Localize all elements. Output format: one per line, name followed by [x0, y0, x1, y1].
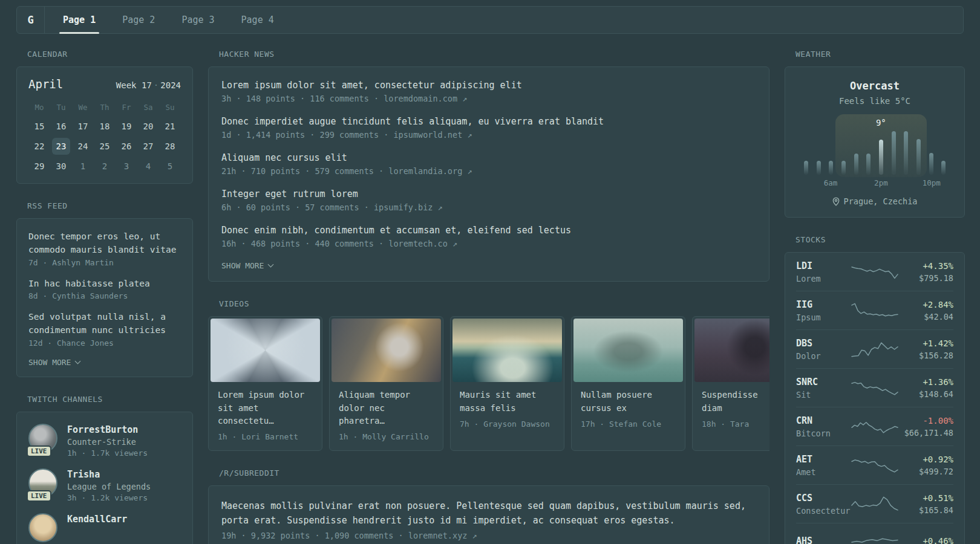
rss-item-title[interactable]: Sed volutpat nulla nisl, a condimentum n… — [28, 311, 181, 337]
calendar-dow: We — [72, 99, 94, 117]
stock-change: +0.46% — [899, 536, 953, 544]
rss-card: Donec tempor eros leo, ut commodo mauris… — [16, 218, 193, 377]
video-thumbnail[interactable] — [573, 319, 683, 382]
chevron-down-icon — [75, 358, 81, 364]
stock-change: +0.92% — [899, 455, 953, 464]
stock-sparkline — [851, 338, 899, 360]
twitch-channel-row[interactable]: KendallCarr — [28, 513, 181, 542]
stock-price: $66,171.48 — [899, 428, 953, 438]
video-title[interactable]: Mauris sit amet massa felis — [460, 389, 555, 415]
page-tab-label: Page 4 — [241, 15, 274, 25]
weather-card: Overcast Feels like 5°C 9° 6am2pm10pm Pr… — [785, 66, 965, 218]
video-card[interactable]: Aliquam tempor dolor nec pharetra… 1h · … — [329, 316, 443, 451]
calendar-day-cell: 4 — [137, 157, 159, 175]
stock-row[interactable]: DBS Dolor +1.42% $1 — [796, 330, 953, 369]
stock-symbol[interactable]: AET — [796, 454, 851, 465]
weather-current-temp: 9° — [876, 118, 886, 128]
page-tab[interactable]: Page 2 — [119, 7, 158, 33]
stock-row[interactable]: AET Amet +0.92% $49 — [796, 446, 953, 485]
twitch-channel-row[interactable]: LIVE ForrestBurton Counter-Strike 1h · 1… — [28, 424, 181, 458]
calendar-day-cell: 19 — [116, 117, 137, 135]
hacker-news-show-more-button[interactable]: SHOW MORE — [221, 261, 756, 270]
stock-change: +1.36% — [899, 377, 953, 387]
stock-symbol[interactable]: DBS — [796, 338, 851, 349]
page-tab[interactable]: Page 4 — [238, 7, 278, 33]
rss-item-meta: 12d · Chance Jones — [28, 338, 181, 348]
hacker-news-item-title[interactable]: Integer eget rutrum lorem — [221, 189, 756, 199]
video-card[interactable]: Nullam posuere cursus ex 17h · Stefan Co… — [571, 316, 685, 451]
video-card[interactable]: Mauris sit amet massa felis 7h · Grayson… — [450, 316, 564, 451]
stock-row[interactable]: LDI Lorem +4.35% $7 — [796, 253, 953, 291]
video-thumbnail[interactable] — [332, 319, 441, 382]
video-card[interactable]: Suspendisse diam 18h · Tara — [692, 316, 769, 451]
video-meta: 7h · Grayson Dawson — [460, 419, 555, 429]
twitch-channel-name[interactable]: Trisha — [67, 469, 151, 480]
video-thumbnail[interactable] — [694, 319, 769, 382]
twitch-channel-name[interactable]: KendallCarr — [67, 514, 127, 525]
page-tab[interactable]: Page 3 — [178, 7, 218, 33]
calendar-week-year: Week 17·2024 — [116, 80, 181, 90]
twitch-channel-meta: 1h · 1.7k viewers — [67, 448, 148, 458]
dashboard-page: G Page 1 Page 2 Page 3 Pa — [0, 0, 980, 544]
video-thumbnail[interactable] — [452, 319, 562, 382]
calendar-day-cell: 26 — [116, 137, 137, 155]
stock-symbol[interactable]: CCS — [796, 493, 851, 504]
calendar-day-cell: 28 — [159, 137, 181, 155]
stock-name: Consectetur — [796, 506, 851, 516]
twitch-channel-row[interactable]: LIVE Trisha League of Legends 3h · 1.2k … — [28, 468, 181, 502]
hacker-news-item-title[interactable]: Donec imperdiet augue tincidunt felis al… — [221, 116, 756, 127]
calendar-day-cell: 27 — [137, 137, 159, 155]
video-title[interactable]: Lorem ipsum dolor sit amet consectetu… — [218, 389, 313, 428]
weather-condition: Overcast — [799, 80, 950, 92]
video-title[interactable]: Suspendisse diam — [702, 389, 769, 415]
stock-row[interactable]: IIG Ipsum +2.84% $4 — [796, 291, 953, 330]
rss-item-title[interactable]: Donec tempor eros leo, ut commodo mauris… — [28, 230, 181, 257]
stock-name: Sit — [796, 390, 851, 400]
rss-item-title[interactable]: In hac habitasse platea — [28, 277, 181, 291]
rss-show-more-button[interactable]: SHOW MORE — [28, 358, 181, 367]
calendar-day-cell: 18 — [94, 117, 116, 135]
stock-symbol[interactable]: SNRC — [796, 377, 851, 387]
stock-row[interactable]: CCS Consectetur +0.51% — [796, 485, 953, 523]
hacker-news-item-meta[interactable]: 1d · 1,414 points · 299 comments · ipsum… — [221, 130, 756, 140]
calendar-day-grid: 15 16 17 — [28, 117, 181, 175]
stock-row[interactable]: CRN Bitcorn -1.00% — [796, 407, 953, 446]
stock-row[interactable]: SNRC Sit +1.36% $14 — [796, 369, 953, 407]
page-tab[interactable]: Page 1 — [59, 7, 99, 33]
video-thumbnail[interactable] — [211, 319, 320, 382]
twitch-channel-game: Counter-Strike — [67, 437, 148, 447]
stock-symbol[interactable]: IIG — [796, 299, 851, 310]
left-column: CALENDAR April Week 17·2024 MoTuWeThFrSa… — [16, 50, 193, 544]
twitch-channel-meta: 3h · 1.2k viewers — [67, 493, 151, 502]
subreddit-post-meta[interactable]: 19h · 9,932 points · 1,090 comments · lo… — [221, 531, 756, 540]
video-title[interactable]: Aliquam tempor dolor nec pharetra… — [339, 389, 434, 428]
video-card[interactable]: Lorem ipsum dolor sit amet consectetu… 1… — [208, 316, 322, 451]
hacker-news-item-meta[interactable]: 21h · 710 points · 579 comments · loreml… — [221, 166, 756, 176]
stock-symbol[interactable]: AHS — [796, 536, 851, 544]
twitch-avatar: LIVE — [28, 424, 57, 453]
stock-row[interactable]: AHS +0.46% — [796, 523, 953, 544]
hacker-news-item-title[interactable]: Aliquam nec cursus elit — [221, 152, 756, 163]
hacker-news-item: Integer eget rutrum lorem 6h · 60 points… — [221, 189, 756, 212]
hacker-news-item-title[interactable]: Donec enim nibh, condimentum et accumsan… — [221, 225, 756, 236]
calendar-card: April Week 17·2024 MoTuWeThFrSaSu — [16, 66, 193, 184]
twitch-channel-name[interactable]: ForrestBurton — [67, 424, 148, 435]
calendar-day-cell: 30 — [50, 157, 72, 175]
subreddit-post-title[interactable]: Maecenas mollis pulvinar erat non posuer… — [221, 499, 756, 528]
stocks-section-title: STOCKS — [795, 235, 965, 244]
weather-bars: 9° — [800, 114, 950, 175]
stock-symbol[interactable]: LDI — [796, 261, 851, 271]
hacker-news-section: HACKER NEWS Lorem ipsum dolor sit amet, … — [208, 50, 769, 282]
stock-symbol[interactable]: CRN — [796, 415, 851, 426]
hacker-news-item-meta[interactable]: 16h · 468 points · 440 comments · loremt… — [221, 239, 756, 248]
calendar-day-cell: 3 — [116, 157, 137, 175]
hacker-news-card: Lorem ipsum dolor sit amet, consectetur … — [208, 66, 769, 282]
chevron-down-icon — [268, 262, 274, 268]
twitch-avatar — [28, 513, 57, 542]
videos-section-title: VIDEOS — [219, 299, 769, 308]
hacker-news-item-meta[interactable]: 3h · 148 points · 116 comments · loremdo… — [221, 94, 756, 103]
hacker-news-item-meta[interactable]: 6h · 60 points · 57 comments · ipsumify.… — [221, 202, 756, 212]
video-title[interactable]: Nullam posuere cursus ex — [581, 389, 676, 415]
hacker-news-item-title[interactable]: Lorem ipsum dolor sit amet, consectetur … — [221, 80, 756, 91]
calendar-week-label: Week 17 — [116, 80, 152, 90]
